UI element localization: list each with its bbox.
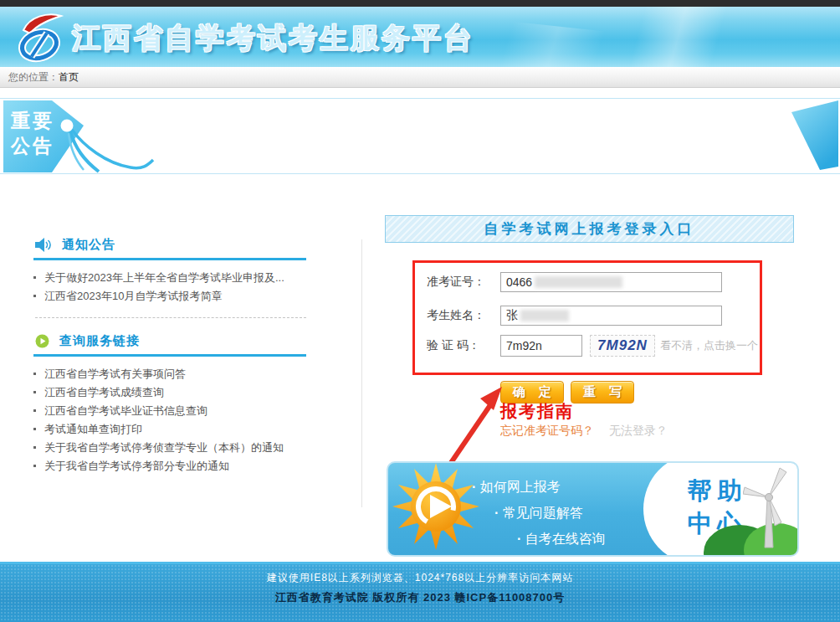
candidate-name-row: 考生姓名： 张	[427, 305, 722, 326]
speaker-icon	[35, 238, 52, 252]
site-logo-icon	[13, 10, 65, 67]
service-link[interactable]: 关于我省自学考试停考部分专业的通知	[33, 457, 364, 475]
services-section-header: 查询服务链接	[33, 333, 306, 357]
candidate-name-input[interactable]: 张	[500, 306, 722, 326]
redacted-text	[520, 310, 569, 321]
page: 江西省自学考试考生服务平台 您的位置：首页 重要 公告	[0, 0, 840, 622]
copyright-text: 江西省教育考试院 版权所有 2023 赣ICP备11008700号	[0, 585, 840, 605]
service-link[interactable]: 江西省自学考试成绩查询	[33, 383, 364, 402]
site-header: 江西省自学考试考生服务平台	[0, 7, 840, 67]
breadcrumb: 您的位置：首页	[0, 67, 840, 88]
tag-text-line1: 重要	[10, 110, 54, 131]
left-column: 通知公告 关于做好2023年上半年全省自学考试毕业申报及... 江西省2023年…	[33, 237, 364, 475]
dashed-divider	[35, 317, 306, 318]
page-footer: 建议使用IE8以上系列浏览器、1024*768以上分辨率访问本网站 江西省教育考…	[0, 562, 840, 622]
notice-link[interactable]: 江西省2023年10月自学考试报考简章	[33, 287, 364, 306]
captcha-image[interactable]: 7M92N	[590, 335, 655, 357]
page-title: 江西省自学考试考生服务平台	[72, 19, 474, 58]
ticket-number-label: 准考证号：	[427, 275, 500, 290]
services-list: 江西省自学考试有关事项问答 江西省自学考试成绩查询 江西省自学考试毕业证书信息查…	[33, 365, 364, 475]
captcha-input[interactable]	[500, 335, 582, 357]
services-section-title: 查询服务链接	[59, 333, 140, 349]
ticket-number-input[interactable]: 0466	[500, 272, 722, 292]
play-circle-icon	[35, 334, 49, 348]
login-form-highlight-box: 准考证号： 0466 考生姓名： 张 验 证 码： 7M92N 看不清，点击换一…	[412, 260, 762, 375]
notices-section-title: 通知公告	[62, 237, 115, 253]
reset-button[interactable]: 重 写	[571, 381, 634, 404]
service-link[interactable]: 考试通知单查询打印	[33, 420, 364, 439]
captcha-row: 验 证 码： 7M92N 看不清，点击换一个	[427, 335, 758, 357]
corner-ribbon-decoration	[788, 100, 838, 172]
captcha-refresh-link[interactable]: 看不清，点击换一个	[660, 338, 758, 353]
service-link[interactable]: 关于我省自学考试停考侦查学专业（本科）的通知	[33, 439, 364, 457]
help-link[interactable]: 自考在线咨询	[517, 526, 606, 552]
help-links: 如何网上报考 常见问题解答 自考在线咨询	[472, 474, 606, 552]
service-link[interactable]: 江西省自学考试有关事项问答	[33, 365, 364, 383]
ticket-number-row: 准考证号： 0466	[427, 271, 722, 293]
important-notice-tag: 重要 公告	[3, 100, 171, 173]
redacted-text	[535, 276, 622, 288]
cannot-login-link[interactable]: 无法登录？	[609, 424, 668, 437]
candidate-name-label: 考生姓名：	[427, 308, 500, 323]
important-notice-strip: 重要 公告	[0, 98, 840, 174]
captcha-label: 验 证 码：	[427, 338, 500, 353]
browser-recommendation: 建议使用IE8以上系列浏览器、1024*768以上分辨率访问本网站	[0, 564, 840, 585]
login-entrance-title: 自学考试网上报考登录入口	[385, 215, 794, 243]
help-link[interactable]: 如何网上报考	[472, 474, 606, 500]
notice-link[interactable]: 关于做好2023年上半年全省自学考试毕业申报及...	[33, 269, 364, 287]
notices-list: 关于做好2023年上半年全省自学考试毕业申报及... 江西省2023年10月自学…	[33, 269, 364, 306]
help-center-banner[interactable]: 如何网上报考 常见问题解答 自考在线咨询 帮助 中心	[387, 461, 799, 557]
breadcrumb-label: 您的位置：	[8, 71, 59, 83]
help-link[interactable]: 常见问题解答	[494, 500, 606, 526]
tag-text-line2: 公告	[10, 135, 54, 157]
registration-guide-link[interactable]: 报考指南	[500, 400, 574, 423]
login-help-links: 忘记准考证号码？ 无法登录？	[500, 424, 668, 439]
forgot-ticket-link[interactable]: 忘记准考证号码？	[500, 424, 594, 437]
top-dark-bar	[0, 0, 840, 7]
service-link[interactable]: 江西省自学考试毕业证书信息查询	[33, 402, 364, 420]
column-divider	[361, 239, 362, 507]
breadcrumb-home-link[interactable]: 首页	[59, 71, 79, 83]
wind-turbine-icon	[743, 465, 795, 551]
notices-section-header: 通知公告	[33, 237, 306, 260]
